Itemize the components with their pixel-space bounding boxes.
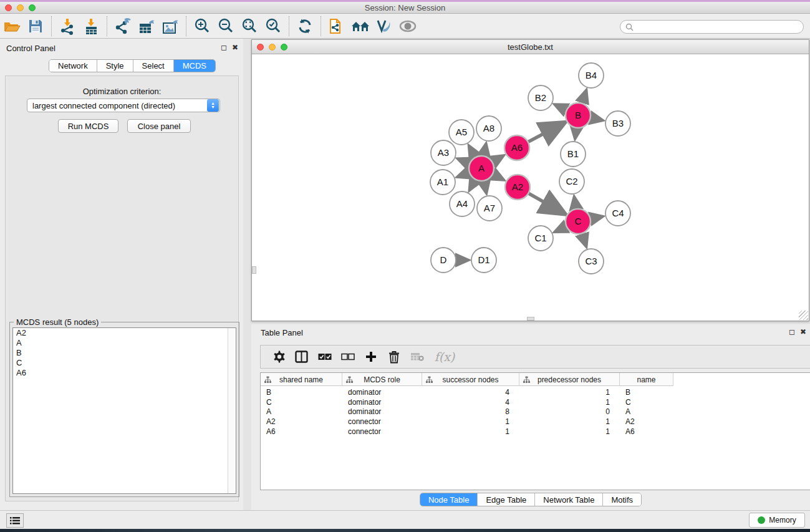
tab-edge-table[interactable]: Edge Table xyxy=(478,493,535,506)
cell-name[interactable]: C xyxy=(620,397,673,407)
export-network-button[interactable] xyxy=(111,16,135,37)
import-network-button[interactable] xyxy=(55,16,79,37)
cell-successor-nodes[interactable]: 1 xyxy=(422,417,519,427)
network-window-titlebar[interactable]: testGlobe.txt xyxy=(252,40,809,54)
split-table-button[interactable] xyxy=(290,347,313,366)
mcds-result-item[interactable]: C xyxy=(13,358,236,368)
export-table-button[interactable] xyxy=(135,16,158,37)
edge-A-A3[interactable] xyxy=(457,158,471,164)
cell-predecessor-nodes[interactable]: 0 xyxy=(519,407,620,417)
cell-successor-nodes[interactable]: 4 xyxy=(422,387,519,397)
network-hscroll-thumb[interactable] xyxy=(527,317,534,321)
table-settings-button[interactable] xyxy=(267,347,290,366)
visual-properties-button[interactable] xyxy=(372,16,396,37)
mcds-result-item[interactable]: A6 xyxy=(13,368,236,378)
function-builder-button[interactable]: f(x) xyxy=(428,347,461,366)
graph-node-A5[interactable]: A5 xyxy=(449,120,474,145)
cell-shared-name[interactable]: A6 xyxy=(261,427,342,437)
tab-mcds[interactable]: MCDS xyxy=(174,60,215,72)
zoom-in-button[interactable] xyxy=(190,16,214,37)
cell-predecessor-nodes[interactable]: 1 xyxy=(519,387,620,397)
table-row[interactable]: Adominator80A xyxy=(261,407,673,417)
cell-name[interactable]: B xyxy=(620,387,673,397)
new-session-from-selection-button[interactable] xyxy=(325,16,349,37)
mcds-result-item[interactable]: B xyxy=(13,348,236,358)
close-table-panel-icon[interactable]: ✖ xyxy=(800,328,806,336)
close-panel-icon[interactable]: ✖ xyxy=(232,44,238,51)
edge-B-B3[interactable] xyxy=(589,118,604,121)
table-row[interactable]: A6connector11A6 xyxy=(261,427,673,437)
edge-A-A5[interactable] xyxy=(469,145,476,158)
mcds-result-list[interactable]: A2ABCA6 xyxy=(12,327,236,494)
cell-name[interactable]: A2 xyxy=(620,417,673,427)
network-resize-grip[interactable] xyxy=(799,311,808,320)
table-row[interactable]: A2connector11A2 xyxy=(261,417,673,427)
cell-predecessor-nodes[interactable]: 1 xyxy=(519,427,620,437)
cell-name[interactable]: A6 xyxy=(620,427,673,437)
edge-C-C1[interactable] xyxy=(554,226,568,232)
close-panel-button[interactable]: Close panel xyxy=(127,119,191,133)
cell-predecessor-nodes[interactable]: 1 xyxy=(519,397,620,407)
cell-successor-nodes[interactable]: 8 xyxy=(422,407,519,417)
tab-network[interactable]: Network xyxy=(49,60,97,72)
home-button[interactable] xyxy=(349,16,372,37)
zoom-selected-button[interactable] xyxy=(261,16,285,37)
cell-predecessor-nodes[interactable]: 1 xyxy=(519,417,620,427)
graph-node-A2[interactable]: A2 xyxy=(505,175,530,200)
tab-node-table[interactable]: Node Table xyxy=(420,493,478,506)
column-header-name[interactable]: name xyxy=(620,373,673,386)
cell-shared-name[interactable]: A2 xyxy=(261,417,342,427)
node-table[interactable]: shared nameMCDS rolesuccessor nodesprede… xyxy=(260,372,810,490)
criterion-select[interactable]: largest connected component (directed) ▲… xyxy=(27,99,220,112)
deselect-all-columns-button[interactable] xyxy=(336,347,359,366)
edge-A-A1[interactable] xyxy=(457,172,471,177)
cell-shared-name[interactable]: A xyxy=(261,407,342,417)
mcds-list-scrollbar[interactable] xyxy=(228,328,236,493)
search-input[interactable] xyxy=(634,21,803,32)
graph-node-C[interactable]: C xyxy=(566,209,591,234)
tab-style[interactable]: Style xyxy=(97,60,133,72)
edge-C-C3[interactable] xyxy=(582,232,587,247)
graph-node-B1[interactable]: B1 xyxy=(561,142,586,167)
float-table-panel-icon[interactable]: ◻ xyxy=(789,328,795,336)
open-session-button[interactable] xyxy=(0,16,24,37)
graph-node-C2[interactable]: C2 xyxy=(559,169,584,194)
cell-MCDS-role[interactable]: connector xyxy=(342,417,422,427)
column-header-MCDS-role[interactable]: MCDS role xyxy=(342,373,422,386)
graph-node-B[interactable]: B xyxy=(566,103,591,128)
tab-select[interactable]: Select xyxy=(133,60,174,72)
graph-node-C1[interactable]: C1 xyxy=(528,226,553,251)
graph-node-B4[interactable]: B4 xyxy=(579,63,604,88)
edge-B-B4[interactable] xyxy=(582,90,587,105)
edge-C-C4[interactable] xyxy=(589,216,604,220)
select-all-columns-button[interactable] xyxy=(313,347,336,366)
network-vscroll-thumb[interactable] xyxy=(252,266,256,274)
cell-MCDS-role[interactable]: connector xyxy=(342,427,422,437)
delete-table-button[interactable] xyxy=(405,347,428,366)
graph-node-A7[interactable]: A7 xyxy=(477,196,502,221)
edge-A2-C[interactable] xyxy=(528,193,565,214)
network-canvas[interactable]: AA1A2A3A4A5A6A7A8BB1B2B3B4CC1C2C3C4DD1 xyxy=(252,54,809,321)
edge-A-A4[interactable] xyxy=(469,178,476,191)
cell-shared-name[interactable]: C xyxy=(261,397,342,407)
graph-node-D[interactable]: D xyxy=(431,248,456,273)
table-row[interactable]: Cdominator41C xyxy=(261,397,673,407)
refresh-button[interactable] xyxy=(293,16,317,37)
graph-node-A4[interactable]: A4 xyxy=(450,191,475,216)
column-header-shared-name[interactable]: shared name xyxy=(261,373,342,386)
cell-MCDS-role[interactable]: dominator xyxy=(342,387,422,397)
show-hide-button[interactable] xyxy=(396,16,420,37)
save-session-button[interactable] xyxy=(24,16,47,37)
cell-MCDS-role[interactable]: dominator xyxy=(342,397,422,407)
cell-successor-nodes[interactable]: 1 xyxy=(422,427,519,437)
create-column-button[interactable] xyxy=(359,347,382,366)
edge-A-A7[interactable] xyxy=(484,180,487,194)
column-header-successor-nodes[interactable]: successor nodes xyxy=(422,373,519,386)
graph-node-B2[interactable]: B2 xyxy=(528,85,553,110)
cell-MCDS-role[interactable]: dominator xyxy=(342,407,422,417)
zoom-fit-button[interactable] xyxy=(238,16,261,37)
mcds-result-item[interactable]: A xyxy=(13,338,236,348)
graph-node-D1[interactable]: D1 xyxy=(471,248,496,273)
graph-node-C4[interactable]: C4 xyxy=(605,201,630,226)
graph-node-A1[interactable]: A1 xyxy=(430,170,455,195)
